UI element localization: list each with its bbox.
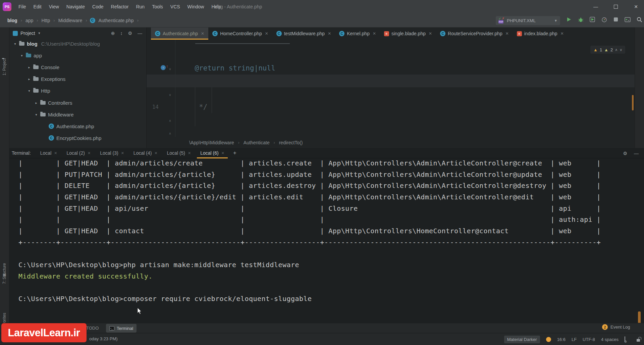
- gear-icon[interactable]: ⚙: [623, 151, 627, 156]
- error-stripe-mark[interactable]: [632, 95, 634, 110]
- menu-file[interactable]: File: [15, 0, 30, 13]
- theme-widget[interactable]: Material Darker: [504, 336, 540, 343]
- maximize-button[interactable]: [608, 0, 624, 13]
- tab-kernel[interactable]: Kernel.php: [335, 28, 380, 40]
- close-icon[interactable]: [121, 151, 124, 155]
- menu-code[interactable]: Code: [89, 0, 107, 13]
- tree-item-controllers[interactable]: ▸ Controllers: [35, 98, 72, 107]
- close-icon[interactable]: [560, 31, 564, 36]
- menu-edit[interactable]: Edit: [30, 0, 45, 13]
- prev-warning-icon[interactable]: ∧: [615, 48, 618, 52]
- terminal-output[interactable]: | | GET|HEAD | admin/articles/create | a…: [18, 158, 601, 305]
- close-icon[interactable]: [154, 151, 157, 155]
- debug-button[interactable]: [577, 16, 584, 23]
- chevron-collapsed-icon[interactable]: ▸: [28, 65, 31, 69]
- chevron-expanded-icon[interactable]: ▾: [13, 42, 17, 46]
- breadcrumb-class[interactable]: Authenticate: [242, 140, 271, 145]
- chevron-collapsed-icon[interactable]: ▸: [28, 77, 31, 81]
- caret-position-widget[interactable]: 16:6: [557, 337, 566, 342]
- terminal-panel[interactable]: Terminal: Local Local (2) Local (3) Loca…: [9, 148, 644, 323]
- run-with-coverage-button[interactable]: [589, 16, 596, 23]
- unlock-icon[interactable]: [636, 337, 641, 342]
- hide-panel-icon[interactable]: —: [634, 151, 639, 156]
- menu-run[interactable]: Run: [132, 0, 148, 13]
- inspection-widget[interactable]: ▲ 1 ▲ 2 ∧ ∨: [590, 46, 625, 54]
- terminal-tab-local5[interactable]: Local (5): [162, 148, 196, 158]
- breadcrumb-file[interactable]: Authenticate.php: [97, 17, 135, 24]
- breadcrumb-blog[interactable]: blog: [6, 17, 19, 24]
- locate-file-icon[interactable]: ⊕: [111, 31, 115, 36]
- search-everywhere-icon[interactable]: [636, 16, 643, 23]
- tab-testmiddleware[interactable]: testMiddleware.php: [272, 28, 335, 40]
- breadcrumb-app[interactable]: app: [24, 17, 35, 24]
- tree-item-authenticate[interactable]: Authenticate.php: [49, 121, 94, 131]
- close-icon[interactable]: [328, 31, 331, 36]
- menu-refactor[interactable]: Refactor: [107, 0, 132, 13]
- inspections-profile-icon[interactable]: [625, 337, 630, 342]
- close-icon[interactable]: [201, 31, 204, 36]
- collapse-all-icon[interactable]: ↕: [120, 31, 122, 36]
- tree-item-app[interactable]: ▾ app: [20, 51, 42, 60]
- tab-index-blade[interactable]: index.blade.php: [513, 28, 568, 40]
- profiler-button[interactable]: [601, 16, 607, 23]
- close-icon[interactable]: [221, 151, 224, 155]
- chevron-expanded-icon[interactable]: ▾: [35, 113, 38, 116]
- highlight-level-icon[interactable]: [546, 337, 551, 342]
- close-icon[interactable]: [373, 31, 376, 36]
- breadcrumb-namespace[interactable]: \App\Http\Middleware: [188, 140, 235, 145]
- tree-item-blog[interactable]: ▾ blog C:\Users\HP\Desktop\blog: [13, 39, 100, 48]
- terminal-tab-local2[interactable]: Local (2): [62, 148, 95, 158]
- breadcrumb-middleware[interactable]: Middleware: [57, 17, 84, 24]
- tab-routeserviceprovider[interactable]: RouteServiceProvider.php: [436, 28, 513, 40]
- overrides-method-icon[interactable]: ↑: [161, 65, 166, 70]
- terminal-tab-local6[interactable]: Local (6): [196, 148, 229, 158]
- terminal-button[interactable]: ›_ Terminal: [106, 324, 137, 333]
- tab-authenticate[interactable]: Authenticate.php: [151, 28, 208, 40]
- new-terminal-icon[interactable]: +: [233, 150, 236, 156]
- code-editor[interactable]: 14 15 16 17 18 19 20 ↑ ↑ ∨ ∨ ∧ ∧ @return…: [147, 40, 635, 137]
- menu-window[interactable]: Window: [184, 0, 208, 13]
- fold-marker-icon[interactable]: ∨: [168, 93, 172, 97]
- close-icon[interactable]: [88, 151, 91, 155]
- indent-widget[interactable]: 4 spaces: [601, 337, 619, 342]
- close-icon[interactable]: [505, 31, 509, 36]
- tree-item-exceptions[interactable]: ▸ Exceptions: [28, 74, 65, 84]
- close-button[interactable]: ✕: [628, 0, 644, 13]
- close-icon[interactable]: [188, 151, 191, 155]
- menu-vcs[interactable]: VCS: [167, 0, 184, 13]
- run-anything-button[interactable]: [624, 16, 631, 23]
- minimize-button[interactable]: —: [588, 0, 604, 13]
- terminal-tab-local3[interactable]: Local (3): [95, 148, 129, 158]
- menu-view[interactable]: View: [45, 0, 63, 13]
- tab-homecontroller[interactable]: HomeController.php: [208, 28, 272, 40]
- project-stripe-button[interactable]: 1: Project: [2, 58, 7, 76]
- tree-item-http[interactable]: ▾ Http: [28, 86, 50, 95]
- fold-marker-icon[interactable]: ∧: [168, 132, 172, 135]
- tree-item-encryptcookies[interactable]: EncryptCookies.php: [49, 133, 101, 143]
- tree-item-console[interactable]: ▸ Console: [28, 62, 59, 72]
- chevron-expanded-icon[interactable]: ▾: [28, 89, 31, 93]
- chevron-expanded-icon[interactable]: ▾: [20, 54, 23, 57]
- line-separator-widget[interactable]: LF: [572, 337, 577, 342]
- close-icon[interactable]: [54, 151, 57, 155]
- menu-navigate[interactable]: Navigate: [63, 0, 89, 13]
- run-button[interactable]: [566, 16, 572, 23]
- next-warning-icon[interactable]: ∨: [620, 48, 622, 52]
- project-pane-title[interactable]: Project: [20, 31, 35, 36]
- terminal-tab-local4[interactable]: Local (4): [129, 148, 162, 158]
- gear-icon[interactable]: ⚙: [128, 31, 132, 36]
- fold-marker-icon[interactable]: ∨: [168, 67, 172, 71]
- todo-button[interactable]: TODO: [86, 326, 99, 331]
- breadcrumb-method[interactable]: redirectTo(): [278, 140, 304, 145]
- tree-item-middleware[interactable]: ▾ Middleware: [35, 110, 74, 119]
- stop-button[interactable]: [612, 16, 619, 23]
- tab-single-blade[interactable]: single.blade.php: [380, 28, 436, 40]
- fold-marker-icon[interactable]: ∧: [168, 119, 172, 122]
- close-icon[interactable]: [429, 31, 432, 36]
- menu-tools[interactable]: Tools: [148, 0, 167, 13]
- event-log-button[interactable]: 2 Event Log: [602, 324, 630, 330]
- encoding-widget[interactable]: UTF-8: [583, 337, 595, 342]
- chevron-collapsed-icon[interactable]: ▸: [35, 101, 38, 105]
- commit-icon[interactable]: ▦: [3, 273, 6, 277]
- run-configuration-select[interactable]: ✓✗ PHP PHPUNIT.XML: [496, 16, 560, 25]
